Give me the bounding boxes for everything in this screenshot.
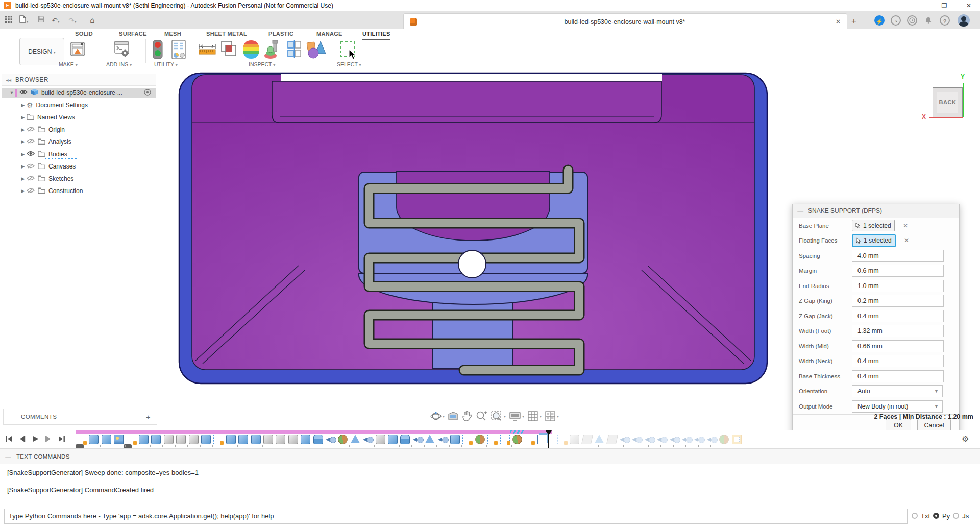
python-command-input[interactable]: Type Python Commands here - Type 'app = … (4, 509, 908, 524)
browser-item-named-views[interactable]: ▶Named Views (2, 112, 156, 123)
eye-hidden-icon[interactable] (27, 175, 35, 183)
add-comment-icon[interactable]: + (146, 413, 151, 421)
ribbon-tab-plastic[interactable]: PLASTIC (268, 31, 293, 39)
timeline-feature-sketch-icon[interactable] (77, 435, 86, 444)
ribbon-tab-mesh[interactable]: MESH (164, 31, 181, 39)
timeline-feature-arrow-icon[interactable] (620, 435, 629, 444)
mount-hole[interactable] (458, 250, 486, 278)
help-icon[interactable]: ? (940, 15, 950, 26)
timeline-feature-sketch-icon[interactable] (557, 435, 567, 444)
timeline-feature-arrow-icon[interactable] (438, 435, 448, 444)
timeline-feature-mirror-icon[interactable] (338, 435, 348, 444)
timeline-feature-arrow-icon[interactable] (707, 435, 717, 444)
timeline-feature-cone-icon[interactable] (351, 435, 360, 443)
timeline-feature-sketch-icon[interactable] (127, 435, 136, 444)
ribbon-tab-solid[interactable]: SOLID (75, 31, 93, 39)
timeline-feature-arrow-icon[interactable] (363, 435, 373, 444)
close-button[interactable]: ✕ (961, 2, 976, 9)
timeline-feature-solid-icon[interactable] (226, 435, 236, 444)
maximize-button[interactable]: ❐ (937, 2, 952, 9)
file-menu-icon[interactable]: ▾ (18, 15, 30, 26)
timeline-feature-copy-icon[interactable] (537, 435, 547, 444)
text-commands-header[interactable]: — TEXT COMMANDS (0, 448, 980, 464)
browser-item-sketches[interactable]: ▶Sketches (2, 174, 156, 184)
width-mid-input[interactable]: 0.66 mm (852, 340, 944, 352)
browser-collapse-icon[interactable]: ◂◂ (2, 77, 15, 83)
root-component-label[interactable]: build-led-sp530e-enclosure-... (41, 89, 122, 97)
timeline-feature-arrow-icon[interactable] (657, 435, 667, 444)
z-gap-king-input[interactable]: 0.2 mm (852, 295, 944, 307)
notifications-bell-icon[interactable] (923, 15, 934, 26)
chevron-right-icon[interactable]: ▶ (19, 103, 27, 108)
timeline-feature-mirror-icon[interactable] (475, 435, 485, 444)
dialog-collapse-icon[interactable]: — (793, 207, 808, 214)
history-clock-icon[interactable] (907, 15, 917, 26)
inspect-measure-icon[interactable] (198, 43, 216, 58)
base-thickness-input[interactable]: 0.4 mm (852, 370, 944, 382)
chevron-right-icon[interactable]: ▶ (19, 152, 27, 157)
timeline-feature-canvas-icon[interactable] (114, 435, 124, 444)
inspect-curvature-map-icon[interactable] (241, 39, 261, 62)
inspect-interference-icon[interactable] (219, 39, 238, 61)
timeline-feature-arrow-icon[interactable] (645, 435, 654, 444)
end-radius-input[interactable]: 1.0 mm (852, 280, 944, 292)
timeline-feature-sketch-icon[interactable] (500, 435, 510, 444)
clear-selection-icon[interactable]: ✕ (904, 237, 909, 244)
pan-icon[interactable] (462, 411, 472, 422)
timeline-feature-solid-icon[interactable] (139, 435, 149, 444)
utility-parameters-icon[interactable] (170, 39, 187, 62)
enclosure-3d-model[interactable] (178, 72, 768, 385)
chevron-right-icon[interactable]: ▶ (19, 188, 27, 194)
group-label-make[interactable]: MAKE ▾ (59, 61, 78, 67)
orientation-dropdown[interactable]: Auto▼ (852, 385, 943, 397)
make-3d-print-icon[interactable] (68, 39, 87, 61)
mode-radio-js[interactable] (953, 513, 959, 519)
browser-item-bodies[interactable]: ▶Bodies (2, 149, 156, 159)
console-collapse-icon[interactable]: — (5, 453, 12, 460)
eye-hidden-icon[interactable] (27, 138, 35, 146)
app-grid-icon[interactable] (3, 15, 14, 26)
zoom-icon[interactable] (475, 411, 487, 422)
timeline-feature-cone-icon[interactable] (595, 435, 604, 443)
timeline-feature-cone-icon[interactable] (425, 435, 434, 443)
inspect-section-analysis-icon[interactable] (284, 39, 303, 61)
grid-icon[interactable]: ▾ (527, 411, 542, 422)
z-gap-jack-input[interactable]: 0.4 mm (852, 310, 944, 322)
eye-visible-icon[interactable] (27, 151, 35, 158)
timeline-feature-arrow-icon[interactable] (632, 435, 642, 444)
inspect-display-mode-icon[interactable] (305, 39, 327, 62)
output-mode-dropdown[interactable]: New Body (in root)▼ (852, 400, 943, 413)
timeline-feature-gray-icon[interactable] (164, 435, 174, 444)
base-plane-selection-button[interactable]: 1 selected (852, 220, 895, 231)
browser-minimize-icon[interactable]: — (143, 76, 156, 83)
timeline-feature-arrow-icon[interactable] (326, 435, 335, 444)
width-neck-input[interactable]: 0.4 mm (852, 355, 944, 367)
ribbon-tab-sheet-metal[interactable]: SHEET METAL (206, 31, 247, 39)
timeline-feature-gray-icon[interactable] (189, 435, 199, 444)
group-label-utility[interactable]: UTILITY ▾ (154, 61, 178, 67)
ribbon-tab-manage[interactable]: MANAGE (316, 31, 342, 39)
timeline-feature-arrow-icon[interactable] (413, 435, 423, 444)
eye-visible-icon[interactable] (19, 89, 28, 97)
timeline-feature-active-icon[interactable] (732, 435, 742, 444)
job-status-icon[interactable]: ⚡ (874, 15, 885, 26)
timeline-feature-solid-icon[interactable] (450, 435, 460, 444)
timeline-feature-eraser-icon[interactable] (606, 435, 618, 444)
timeline-feature-sketch-icon[interactable] (462, 435, 472, 444)
eye-hidden-icon[interactable] (27, 163, 35, 171)
timeline-feature-gray-icon[interactable] (376, 435, 385, 444)
activate-component-radio[interactable] (144, 89, 151, 98)
timeline-feature-solid-icon[interactable] (388, 435, 398, 444)
timeline-feature-gray-icon[interactable] (276, 435, 285, 444)
eye-hidden-icon[interactable] (27, 187, 35, 195)
undo-icon[interactable]: ↶▾ (50, 15, 61, 26)
timeline-feature-mirror-icon[interactable] (719, 435, 729, 444)
chevron-right-icon[interactable]: ▶ (19, 139, 27, 145)
dialog-header[interactable]: — SNAKE SUPPORT (DFPS) (793, 204, 959, 218)
timeline-feature-eraser-icon[interactable] (581, 435, 593, 444)
timeline-feature-solid-icon[interactable] (89, 435, 99, 444)
extensions-icon[interactable]: ◔ (891, 15, 901, 26)
timeline-feature-gray-icon[interactable] (263, 435, 273, 444)
addins-scripts-icon[interactable] (112, 39, 131, 61)
view-cube-face-back[interactable]: BACK (933, 87, 963, 117)
